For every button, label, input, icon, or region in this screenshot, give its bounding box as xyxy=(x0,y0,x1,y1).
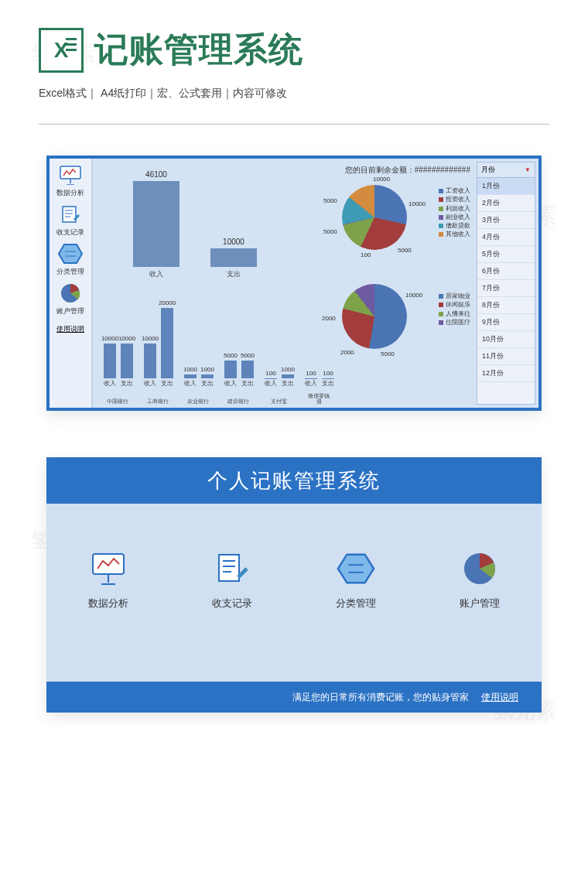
bar: 10000 xyxy=(210,248,257,267)
bar-sublabel: 收入 xyxy=(224,380,237,388)
month-row[interactable]: 5月份 xyxy=(477,246,535,263)
help-link[interactable]: 使用说明 xyxy=(56,324,84,334)
month-row[interactable]: 11月份 xyxy=(477,348,535,365)
month-row[interactable]: 9月份 xyxy=(477,314,535,331)
sidebar-item-analysis[interactable]: 数据分析 xyxy=(56,163,84,198)
month-header-label: 月份 xyxy=(481,165,495,175)
expense-pie-chart: 10000500020002000 xyxy=(342,284,407,349)
footer-text: 满足您的日常所有消费记账，您的贴身管家 xyxy=(292,691,469,704)
month-row[interactable]: 3月份 xyxy=(477,212,535,229)
bar-sublabel: 收入 xyxy=(144,380,156,388)
sidebar-item-label: 分类管理 xyxy=(56,268,84,275)
bar xyxy=(282,374,294,378)
bar-sublabel: 收入 xyxy=(305,380,317,388)
pie-value: 100 xyxy=(361,251,371,258)
bar-value: 5000 xyxy=(236,352,259,359)
income-expense-bar-chart: 46100收入10000支出 xyxy=(102,165,272,279)
month-row[interactable]: 10月份 xyxy=(477,331,535,348)
pie-value: 5000 xyxy=(323,197,337,204)
bar-account-label: 微信零钱通 xyxy=(306,393,331,405)
pie-value: 5000 xyxy=(398,247,412,254)
accounts-bar-chart: 10000收入10000支出中国银行10000收入20000支出工商银行1000… xyxy=(97,285,330,406)
feature-row: 数据分析 收支记录 分类管理 账户管理 xyxy=(46,550,542,610)
month-row[interactable]: 2月份 xyxy=(477,195,535,212)
legend-item: 投资收入 xyxy=(439,195,470,203)
bar-value: 10000 xyxy=(115,335,138,342)
landing-title: 个人记账管理系统 xyxy=(46,457,542,504)
month-picker: 月份 ▼ 1月份2月份3月份4月份5月份6月份7月份8月份9月份10月份11月份… xyxy=(477,162,535,405)
landing-footer: 满足您的日常所有消费记账，您的贴身管家 使用说明 xyxy=(46,682,542,713)
hexagon-icon xyxy=(56,242,84,265)
sidebar-item-records[interactable]: 收支记录 xyxy=(56,203,84,238)
bar xyxy=(121,344,133,378)
expense-pie-legend: 居家物业休闲娱乐人情来往住院医疗 xyxy=(439,292,470,326)
month-header: 月份 ▼ xyxy=(477,162,535,178)
legend-item: 居家物业 xyxy=(439,292,470,300)
svg-marker-8 xyxy=(59,244,82,263)
dashboard-panel: 数据分析 收支记录 分类管理 账户管理 使用说明 月份 ▼ 1月份2月份3月 xyxy=(46,156,542,411)
sidebar: 数据分析 收支记录 分类管理 账户管理 使用说明 xyxy=(50,159,93,408)
balance-text: 您的目前剩余金额：############# xyxy=(345,165,470,176)
bar-value: 20000 xyxy=(156,299,179,306)
pie-value: 2000 xyxy=(340,349,354,356)
bar-value: 10000 xyxy=(138,335,162,342)
bar xyxy=(104,344,116,378)
bar-value: 100 xyxy=(316,370,340,377)
month-row[interactable]: 8月份 xyxy=(477,297,535,314)
landing-panel: 个人记账管理系统 数据分析 收支记录 分类管理 账户管理 满足 xyxy=(46,457,542,713)
charts-area: 您的目前剩余金额：############# 46100收入10000支出 10… xyxy=(94,162,473,405)
svg-rect-3 xyxy=(63,207,76,222)
sidebar-item-accounts[interactable]: 账户管理 xyxy=(56,282,84,316)
footer-help-link[interactable]: 使用说明 xyxy=(481,691,518,704)
legend-item: 利息收入 xyxy=(439,204,470,213)
bar-account-label: 支付宝 xyxy=(266,398,291,405)
sidebar-item-label: 数据分析 xyxy=(56,189,84,197)
bar-sublabel: 收入 xyxy=(104,380,116,388)
month-row[interactable]: 4月份 xyxy=(477,229,535,246)
bar-sublabel: 支出 xyxy=(161,380,173,388)
notepad-icon xyxy=(56,203,84,226)
pie-chart-icon xyxy=(56,282,84,305)
legend-item: 人情来往 xyxy=(439,309,470,318)
balance-label: 您的目前剩余金额： xyxy=(345,166,415,174)
bar xyxy=(224,361,237,378)
notepad-icon xyxy=(211,550,253,587)
bar-category: 收入 xyxy=(133,269,179,279)
bar-value: 1000 xyxy=(276,366,299,373)
presentation-icon xyxy=(87,550,129,587)
filter-icon[interactable]: ▼ xyxy=(525,166,531,173)
feature-records[interactable]: 收支记录 xyxy=(211,550,253,610)
month-row[interactable]: 7月份 xyxy=(477,280,535,297)
page-subtitle: Excel格式｜ A4纸打印｜宏、公式套用｜内容可修改 xyxy=(39,87,549,101)
legend-item: 工资收入 xyxy=(439,186,470,195)
month-row[interactable]: 6月份 xyxy=(477,263,535,280)
legend-item: 住院医疗 xyxy=(439,318,470,326)
divider xyxy=(39,124,549,125)
bar-account-label: 建设银行 xyxy=(226,398,251,405)
sidebar-item-label: 收支记录 xyxy=(56,228,84,236)
svg-rect-15 xyxy=(219,555,239,581)
bar-sublabel: 收入 xyxy=(265,380,277,388)
hexagon-icon xyxy=(335,550,377,587)
sidebar-item-label: 账户管理 xyxy=(56,307,84,315)
feature-categories[interactable]: 分类管理 xyxy=(335,550,377,610)
income-pie-legend: 工资收入投资收入利息收入副业收入借款贷款其他收入 xyxy=(439,186,470,239)
bar-account-label: 工商银行 xyxy=(145,398,170,405)
month-row[interactable]: 1月份 xyxy=(477,178,535,195)
bar xyxy=(184,374,197,378)
excel-icon: X xyxy=(39,28,84,73)
month-row[interactable]: 12月份 xyxy=(477,365,535,382)
bar-value: 1000 xyxy=(196,366,219,373)
legend-item: 休闲娱乐 xyxy=(439,300,470,309)
sidebar-item-categories[interactable]: 分类管理 xyxy=(56,242,84,277)
feature-label: 收支记录 xyxy=(212,597,252,609)
income-pie-chart: 1000010000500010050005000 xyxy=(342,185,407,250)
bar-category: 支出 xyxy=(210,269,257,279)
page-title: 记账管理系统 xyxy=(94,27,303,73)
legend-item: 借款贷款 xyxy=(439,221,470,230)
bar: 46100 xyxy=(133,181,179,267)
bar-account-label: 农业银行 xyxy=(186,398,210,405)
feature-accounts[interactable]: 账户管理 xyxy=(459,550,501,610)
feature-label: 数据分析 xyxy=(88,597,128,609)
feature-analysis[interactable]: 数据分析 xyxy=(87,550,129,610)
